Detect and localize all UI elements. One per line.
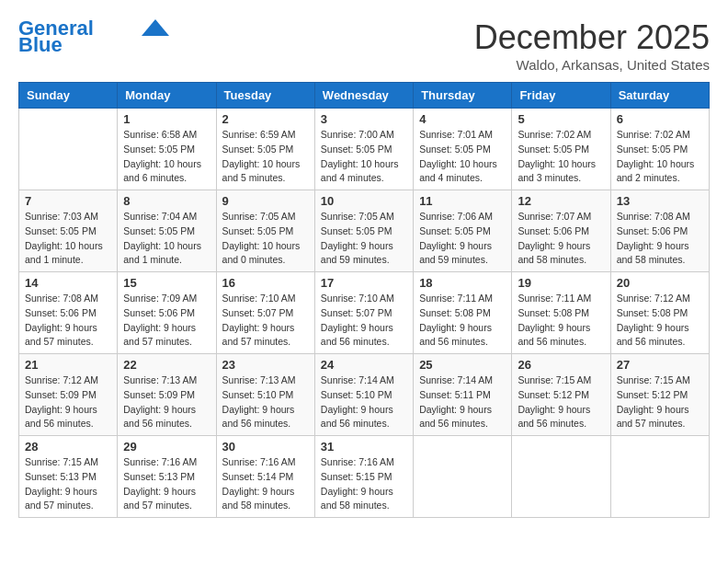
day-number: 12 [518, 194, 604, 208]
calendar-cell: 9Sunrise: 7:05 AMSunset: 5:05 PMDaylight… [216, 190, 314, 272]
calendar-cell: 31Sunrise: 7:16 AMSunset: 5:15 PMDayligh… [314, 436, 413, 518]
day-number: 31 [321, 440, 407, 454]
day-info: Sunrise: 7:05 AMSunset: 5:05 PMDaylight:… [321, 210, 407, 268]
day-info: Sunrise: 7:08 AMSunset: 5:06 PMDaylight:… [617, 210, 703, 268]
calendar-cell: 26Sunrise: 7:15 AMSunset: 5:12 PMDayligh… [512, 354, 610, 436]
day-number: 13 [617, 194, 703, 208]
day-info: Sunrise: 7:04 AMSunset: 5:05 PMDaylight:… [123, 210, 210, 268]
day-of-week-header: Tuesday [216, 83, 314, 109]
calendar-cell: 28Sunrise: 7:15 AMSunset: 5:13 PMDayligh… [19, 436, 118, 518]
calendar-cell: 3Sunrise: 7:00 AMSunset: 5:05 PMDaylight… [314, 109, 413, 190]
day-of-week-header: Wednesday [314, 83, 413, 109]
day-info: Sunrise: 7:10 AMSunset: 5:07 PMDaylight:… [222, 292, 309, 350]
calendar-week-row: 7Sunrise: 7:03 AMSunset: 5:05 PMDaylight… [19, 190, 710, 272]
day-number: 18 [419, 276, 506, 290]
calendar-cell: 13Sunrise: 7:08 AMSunset: 5:06 PMDayligh… [610, 190, 709, 272]
day-info: Sunrise: 7:15 AMSunset: 5:13 PMDaylight:… [25, 455, 111, 513]
calendar-cell: 10Sunrise: 7:05 AMSunset: 5:05 PMDayligh… [314, 190, 413, 272]
day-number: 7 [25, 194, 111, 208]
day-info: Sunrise: 7:15 AMSunset: 5:12 PMDaylight:… [617, 373, 703, 431]
calendar-cell: 11Sunrise: 7:06 AMSunset: 5:05 PMDayligh… [414, 190, 512, 272]
location-text: Waldo, Arkansas, United States [474, 57, 710, 73]
calendar-cell: 29Sunrise: 7:16 AMSunset: 5:13 PMDayligh… [118, 436, 216, 518]
day-number: 10 [321, 194, 407, 208]
title-block: December 2025 Waldo, Arkansas, United St… [474, 18, 710, 73]
calendar-cell: 14Sunrise: 7:08 AMSunset: 5:06 PMDayligh… [19, 272, 118, 354]
day-of-week-header: Friday [512, 83, 610, 109]
calendar-cell [610, 436, 709, 518]
calendar-week-row: 14Sunrise: 7:08 AMSunset: 5:06 PMDayligh… [19, 272, 710, 354]
day-number: 25 [419, 358, 506, 372]
day-number: 5 [518, 112, 604, 126]
day-number: 17 [321, 276, 407, 290]
day-number: 16 [222, 276, 309, 290]
day-info: Sunrise: 7:11 AMSunset: 5:08 PMDaylight:… [518, 292, 604, 350]
day-info: Sunrise: 7:13 AMSunset: 5:10 PMDaylight:… [222, 373, 309, 431]
day-number: 26 [518, 358, 604, 372]
calendar-cell: 2Sunrise: 6:59 AMSunset: 5:05 PMDaylight… [216, 109, 314, 190]
day-info: Sunrise: 7:06 AMSunset: 5:05 PMDaylight:… [419, 210, 506, 268]
day-info: Sunrise: 7:00 AMSunset: 5:05 PMDaylight:… [321, 128, 407, 186]
calendar-cell: 25Sunrise: 7:14 AMSunset: 5:11 PMDayligh… [414, 354, 512, 436]
day-info: Sunrise: 7:11 AMSunset: 5:08 PMDaylight:… [419, 292, 506, 350]
day-number: 9 [222, 194, 309, 208]
calendar-cell: 24Sunrise: 7:14 AMSunset: 5:10 PMDayligh… [314, 354, 413, 436]
calendar-cell: 7Sunrise: 7:03 AMSunset: 5:05 PMDaylight… [19, 190, 118, 272]
day-info: Sunrise: 7:16 AMSunset: 5:13 PMDaylight:… [123, 455, 210, 513]
day-info: Sunrise: 7:01 AMSunset: 5:05 PMDaylight:… [419, 128, 506, 186]
calendar-cell: 5Sunrise: 7:02 AMSunset: 5:05 PMDaylight… [512, 109, 610, 190]
day-number: 14 [25, 276, 111, 290]
day-number: 2 [222, 112, 309, 126]
logo-icon [142, 19, 169, 36]
day-number: 3 [321, 112, 407, 126]
calendar-header: SundayMondayTuesdayWednesdayThursdayFrid… [19, 83, 710, 109]
calendar-cell: 23Sunrise: 7:13 AMSunset: 5:10 PMDayligh… [216, 354, 314, 436]
calendar-cell: 8Sunrise: 7:04 AMSunset: 5:05 PMDaylight… [118, 190, 216, 272]
calendar-cell: 1Sunrise: 6:58 AMSunset: 5:05 PMDaylight… [118, 109, 216, 190]
day-info: Sunrise: 7:14 AMSunset: 5:10 PMDaylight:… [321, 373, 407, 431]
day-number: 29 [123, 440, 210, 454]
day-info: Sunrise: 6:58 AMSunset: 5:05 PMDaylight:… [123, 128, 210, 186]
calendar-cell [414, 436, 512, 518]
day-number: 8 [123, 194, 210, 208]
calendar-cell: 12Sunrise: 7:07 AMSunset: 5:06 PMDayligh… [512, 190, 610, 272]
day-number: 15 [123, 276, 210, 290]
day-info: Sunrise: 7:16 AMSunset: 5:15 PMDaylight:… [321, 455, 407, 513]
calendar-table: SundayMondayTuesdayWednesdayThursdayFrid… [18, 82, 710, 518]
day-number: 27 [617, 358, 703, 372]
calendar-cell: 20Sunrise: 7:12 AMSunset: 5:08 PMDayligh… [610, 272, 709, 354]
day-info: Sunrise: 7:16 AMSunset: 5:14 PMDaylight:… [222, 455, 309, 513]
calendar-cell: 19Sunrise: 7:11 AMSunset: 5:08 PMDayligh… [512, 272, 610, 354]
day-info: Sunrise: 6:59 AMSunset: 5:05 PMDaylight:… [222, 128, 309, 186]
calendar-body: 1Sunrise: 6:58 AMSunset: 5:05 PMDaylight… [19, 109, 710, 518]
calendar-cell: 15Sunrise: 7:09 AMSunset: 5:06 PMDayligh… [118, 272, 216, 354]
svg-marker-0 [142, 19, 169, 36]
day-number: 11 [419, 194, 506, 208]
calendar-cell: 4Sunrise: 7:01 AMSunset: 5:05 PMDaylight… [414, 109, 512, 190]
day-info: Sunrise: 7:13 AMSunset: 5:09 PMDaylight:… [123, 373, 210, 431]
page-header: General Blue December 2025 Waldo, Arkans… [18, 18, 710, 73]
day-info: Sunrise: 7:12 AMSunset: 5:09 PMDaylight:… [25, 373, 111, 431]
logo-blue-text: Blue [18, 35, 63, 55]
day-number: 19 [518, 276, 604, 290]
calendar-cell: 6Sunrise: 7:02 AMSunset: 5:05 PMDaylight… [610, 109, 709, 190]
day-number: 23 [222, 358, 309, 372]
day-of-week-header: Monday [118, 83, 216, 109]
day-number: 24 [321, 358, 407, 372]
day-number: 1 [123, 112, 210, 126]
day-info: Sunrise: 7:09 AMSunset: 5:06 PMDaylight:… [123, 292, 210, 350]
day-info: Sunrise: 7:14 AMSunset: 5:11 PMDaylight:… [419, 373, 506, 431]
calendar-week-row: 21Sunrise: 7:12 AMSunset: 5:09 PMDayligh… [19, 354, 710, 436]
calendar-week-row: 28Sunrise: 7:15 AMSunset: 5:13 PMDayligh… [19, 436, 710, 518]
logo: General Blue [18, 18, 169, 55]
day-number: 22 [123, 358, 210, 372]
day-number: 21 [25, 358, 111, 372]
day-info: Sunrise: 7:02 AMSunset: 5:05 PMDaylight:… [518, 128, 604, 186]
calendar-cell: 17Sunrise: 7:10 AMSunset: 5:07 PMDayligh… [314, 272, 413, 354]
day-info: Sunrise: 7:03 AMSunset: 5:05 PMDaylight:… [25, 210, 111, 268]
day-info: Sunrise: 7:10 AMSunset: 5:07 PMDaylight:… [321, 292, 407, 350]
calendar-cell [512, 436, 610, 518]
day-number: 6 [617, 112, 703, 126]
calendar-cell: 30Sunrise: 7:16 AMSunset: 5:14 PMDayligh… [216, 436, 314, 518]
day-info: Sunrise: 7:05 AMSunset: 5:05 PMDaylight:… [222, 210, 309, 268]
